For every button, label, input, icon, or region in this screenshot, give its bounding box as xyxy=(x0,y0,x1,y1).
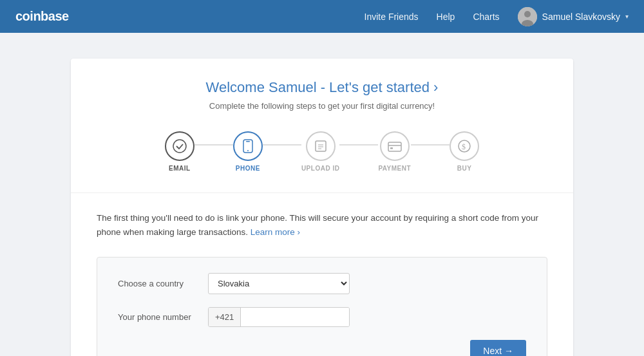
invite-friends-link[interactable]: Invite Friends xyxy=(365,12,419,22)
phone-input[interactable] xyxy=(241,308,349,326)
step-phone-icon xyxy=(233,131,263,161)
user-menu-chevron: ▾ xyxy=(625,13,629,20)
svg-point-1 xyxy=(524,11,531,17)
welcome-subtitle: Complete the following steps to get your… xyxy=(97,101,547,111)
svg-text:$: $ xyxy=(462,142,466,151)
step-buy-label: BUY xyxy=(457,165,472,172)
svg-rect-7 xyxy=(316,141,326,151)
step-payment: PAYMENT xyxy=(378,131,411,172)
user-menu[interactable]: Samuel Slavkovsky ▾ xyxy=(518,7,629,26)
phone-row: Your phone number +421 xyxy=(118,307,526,327)
user-name: Samuel Slavkovsky xyxy=(542,12,620,22)
info-text: The first thing you'll need to do is lin… xyxy=(97,211,547,239)
phone-label: Your phone number xyxy=(118,312,208,322)
connector-1 xyxy=(194,144,233,145)
svg-rect-5 xyxy=(246,141,250,142)
step-buy: $ BUY xyxy=(450,131,479,172)
step-phone: PHONE xyxy=(233,131,263,172)
card-top: Welcome Samuel - Let's get started › Com… xyxy=(71,59,573,193)
step-email-label: EMAIL xyxy=(169,165,191,172)
header: coinbase Invite Friends Help Charts Samu… xyxy=(0,0,644,33)
svg-rect-11 xyxy=(388,142,401,151)
step-email-icon xyxy=(165,131,194,161)
step-upload-id-label: UPLOAD ID xyxy=(301,165,340,172)
learn-more-link[interactable]: Learn more › xyxy=(251,227,300,237)
phone-prefix: +421 xyxy=(209,308,241,326)
svg-point-6 xyxy=(247,150,249,151)
country-label: Choose a country xyxy=(118,279,208,288)
top-nav: Invite Friends Help Charts Samuel Slavko… xyxy=(365,7,629,26)
welcome-title: Welcome Samuel - Let's get started › xyxy=(97,79,547,96)
page-wrapper: Welcome Samuel - Let's get started › Com… xyxy=(0,33,644,356)
next-button[interactable]: Next → xyxy=(470,340,526,356)
help-link[interactable]: Help xyxy=(437,12,455,22)
connector-3 xyxy=(339,144,378,145)
card-bottom: The first thing you'll need to do is lin… xyxy=(71,193,573,356)
avatar xyxy=(518,7,537,26)
step-phone-label: PHONE xyxy=(236,165,260,172)
phone-form-section: Choose a country Slovakia United States … xyxy=(97,257,547,356)
country-row: Choose a country Slovakia United States … xyxy=(118,273,526,294)
svg-rect-13 xyxy=(390,147,393,149)
form-actions: Next → xyxy=(118,340,526,356)
connector-2 xyxy=(263,144,301,145)
charts-link[interactable]: Charts xyxy=(473,12,499,22)
step-buy-icon: $ xyxy=(450,131,479,161)
svg-point-3 xyxy=(173,140,186,153)
country-select-wrapper: Slovakia United States United Kingdom Ge… xyxy=(208,273,350,294)
connector-4 xyxy=(411,144,450,145)
steps-bar: EMAIL PHONE xyxy=(97,131,547,172)
step-payment-label: PAYMENT xyxy=(378,165,411,172)
country-select[interactable]: Slovakia United States United Kingdom Ge… xyxy=(208,273,350,294)
step-payment-icon xyxy=(380,131,410,161)
main-card: Welcome Samuel - Let's get started › Com… xyxy=(71,59,573,356)
step-upload-id-icon xyxy=(306,131,336,161)
step-email: EMAIL xyxy=(165,131,194,172)
phone-input-group: +421 xyxy=(208,307,350,327)
logo: coinbase xyxy=(15,9,69,24)
step-upload-id: UPLOAD ID xyxy=(301,131,340,172)
